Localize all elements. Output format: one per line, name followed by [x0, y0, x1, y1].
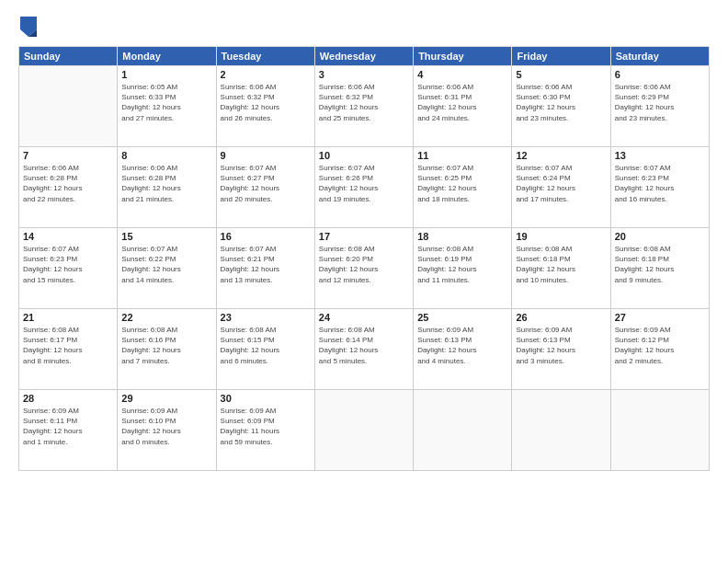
calendar-cell: 4Sunrise: 6:06 AM Sunset: 6:31 PM Daylig…	[414, 66, 512, 147]
day-info: Sunrise: 6:07 AM Sunset: 6:27 PM Dayligh…	[221, 163, 311, 204]
day-number: 13	[615, 150, 705, 161]
day-number: 23	[221, 312, 311, 323]
day-number: 4	[417, 69, 507, 80]
day-info: Sunrise: 6:06 AM Sunset: 6:31 PM Dayligh…	[417, 82, 507, 123]
calendar-cell: 29Sunrise: 6:09 AM Sunset: 6:10 PM Dayli…	[118, 390, 216, 471]
calendar-cell: 5Sunrise: 6:06 AM Sunset: 6:30 PM Daylig…	[512, 66, 610, 147]
day-number: 1	[121, 69, 211, 80]
day-info: Sunrise: 6:09 AM Sunset: 6:09 PM Dayligh…	[221, 406, 311, 447]
day-info: Sunrise: 6:07 AM Sunset: 6:24 PM Dayligh…	[516, 163, 606, 204]
day-info: Sunrise: 6:07 AM Sunset: 6:23 PM Dayligh…	[615, 163, 705, 204]
day-number: 15	[121, 231, 211, 242]
calendar-header-row: SundayMondayTuesdayWednesdayThursdayFrid…	[19, 47, 710, 66]
day-number: 8	[121, 150, 211, 161]
day-number: 2	[221, 69, 311, 80]
day-info: Sunrise: 6:06 AM Sunset: 6:28 PM Dayligh…	[121, 163, 211, 204]
day-info: Sunrise: 6:08 AM Sunset: 6:18 PM Dayligh…	[516, 244, 606, 285]
day-header-wednesday: Wednesday	[314, 47, 413, 66]
day-number: 25	[417, 312, 507, 323]
calendar-cell: 12Sunrise: 6:07 AM Sunset: 6:24 PM Dayli…	[512, 147, 610, 228]
calendar-cell: 15Sunrise: 6:07 AM Sunset: 6:22 PM Dayli…	[118, 228, 216, 309]
calendar-cell	[512, 390, 610, 471]
day-number: 24	[319, 312, 409, 323]
calendar-cell: 16Sunrise: 6:07 AM Sunset: 6:21 PM Dayli…	[216, 228, 314, 309]
calendar-cell: 7Sunrise: 6:06 AM Sunset: 6:28 PM Daylig…	[19, 147, 118, 228]
day-info: Sunrise: 6:08 AM Sunset: 6:14 PM Dayligh…	[319, 325, 409, 366]
calendar-cell	[610, 390, 709, 471]
calendar-cell	[314, 390, 413, 471]
day-info: Sunrise: 6:07 AM Sunset: 6:21 PM Dayligh…	[221, 244, 311, 285]
day-header-friday: Friday	[512, 47, 610, 66]
day-header-saturday: Saturday	[610, 47, 709, 66]
day-number: 29	[121, 393, 211, 404]
day-number: 28	[23, 393, 113, 404]
day-number: 26	[516, 312, 606, 323]
day-info: Sunrise: 6:08 AM Sunset: 6:18 PM Dayligh…	[615, 244, 705, 285]
day-number: 18	[417, 231, 507, 242]
day-info: Sunrise: 6:08 AM Sunset: 6:16 PM Dayligh…	[121, 325, 211, 366]
day-info: Sunrise: 6:07 AM Sunset: 6:23 PM Dayligh…	[23, 244, 113, 285]
calendar-cell: 18Sunrise: 6:08 AM Sunset: 6:19 PM Dayli…	[414, 228, 512, 309]
day-info: Sunrise: 6:09 AM Sunset: 6:10 PM Dayligh…	[121, 406, 211, 447]
day-header-monday: Monday	[118, 47, 216, 66]
calendar-cell: 10Sunrise: 6:07 AM Sunset: 6:26 PM Dayli…	[314, 147, 413, 228]
day-header-tuesday: Tuesday	[216, 47, 314, 66]
day-number: 17	[319, 231, 409, 242]
calendar-cell: 9Sunrise: 6:07 AM Sunset: 6:27 PM Daylig…	[216, 147, 314, 228]
calendar-cell: 28Sunrise: 6:09 AM Sunset: 6:11 PM Dayli…	[19, 390, 118, 471]
day-info: Sunrise: 6:06 AM Sunset: 6:29 PM Dayligh…	[615, 82, 705, 123]
calendar-cell: 11Sunrise: 6:07 AM Sunset: 6:25 PM Dayli…	[414, 147, 512, 228]
calendar-cell: 1Sunrise: 6:05 AM Sunset: 6:33 PM Daylig…	[118, 66, 216, 147]
calendar-cell: 19Sunrise: 6:08 AM Sunset: 6:18 PM Dayli…	[512, 228, 610, 309]
day-number: 9	[221, 150, 311, 161]
day-info: Sunrise: 6:06 AM Sunset: 6:30 PM Dayligh…	[516, 82, 606, 123]
calendar-cell	[19, 66, 118, 147]
day-number: 22	[121, 312, 211, 323]
day-number: 5	[516, 69, 606, 80]
day-number: 21	[23, 312, 113, 323]
calendar-cell: 23Sunrise: 6:08 AM Sunset: 6:15 PM Dayli…	[216, 309, 314, 390]
day-header-thursday: Thursday	[414, 47, 512, 66]
day-number: 19	[516, 231, 606, 242]
day-number: 12	[516, 150, 606, 161]
calendar-cell: 2Sunrise: 6:06 AM Sunset: 6:32 PM Daylig…	[216, 66, 314, 147]
page-header	[18, 17, 710, 37]
calendar-cell: 8Sunrise: 6:06 AM Sunset: 6:28 PM Daylig…	[118, 147, 216, 228]
calendar-week-row: 14Sunrise: 6:07 AM Sunset: 6:23 PM Dayli…	[19, 228, 710, 309]
day-header-sunday: Sunday	[19, 47, 118, 66]
calendar-cell: 3Sunrise: 6:06 AM Sunset: 6:32 PM Daylig…	[314, 66, 413, 147]
calendar-cell: 24Sunrise: 6:08 AM Sunset: 6:14 PM Dayli…	[314, 309, 413, 390]
day-number: 16	[221, 231, 311, 242]
day-info: Sunrise: 6:06 AM Sunset: 6:32 PM Dayligh…	[221, 82, 311, 123]
day-info: Sunrise: 6:09 AM Sunset: 6:12 PM Dayligh…	[615, 325, 705, 366]
calendar-week-row: 7Sunrise: 6:06 AM Sunset: 6:28 PM Daylig…	[19, 147, 710, 228]
calendar-week-row: 1Sunrise: 6:05 AM Sunset: 6:33 PM Daylig…	[19, 66, 710, 147]
calendar-cell: 22Sunrise: 6:08 AM Sunset: 6:16 PM Dayli…	[118, 309, 216, 390]
calendar-table: SundayMondayTuesdayWednesdayThursdayFrid…	[18, 46, 710, 471]
logo	[18, 17, 42, 37]
calendar-cell: 20Sunrise: 6:08 AM Sunset: 6:18 PM Dayli…	[610, 228, 709, 309]
day-info: Sunrise: 6:09 AM Sunset: 6:13 PM Dayligh…	[417, 325, 507, 366]
day-number: 10	[319, 150, 409, 161]
calendar-cell: 14Sunrise: 6:07 AM Sunset: 6:23 PM Dayli…	[19, 228, 118, 309]
calendar-cell: 26Sunrise: 6:09 AM Sunset: 6:13 PM Dayli…	[512, 309, 610, 390]
calendar-cell: 27Sunrise: 6:09 AM Sunset: 6:12 PM Dayli…	[610, 309, 709, 390]
logo-icon	[20, 17, 37, 37]
calendar-week-row: 21Sunrise: 6:08 AM Sunset: 6:17 PM Dayli…	[19, 309, 710, 390]
calendar-cell: 6Sunrise: 6:06 AM Sunset: 6:29 PM Daylig…	[610, 66, 709, 147]
day-info: Sunrise: 6:09 AM Sunset: 6:11 PM Dayligh…	[23, 406, 113, 447]
day-number: 20	[615, 231, 705, 242]
calendar-week-row: 28Sunrise: 6:09 AM Sunset: 6:11 PM Dayli…	[19, 390, 710, 471]
day-number: 6	[615, 69, 705, 80]
day-number: 3	[319, 69, 409, 80]
calendar-cell	[414, 390, 512, 471]
day-number: 14	[23, 231, 113, 242]
day-info: Sunrise: 6:09 AM Sunset: 6:13 PM Dayligh…	[516, 325, 606, 366]
day-info: Sunrise: 6:08 AM Sunset: 6:19 PM Dayligh…	[417, 244, 507, 285]
calendar-cell: 13Sunrise: 6:07 AM Sunset: 6:23 PM Dayli…	[610, 147, 709, 228]
day-number: 27	[615, 312, 705, 323]
day-number: 7	[23, 150, 113, 161]
calendar-cell: 30Sunrise: 6:09 AM Sunset: 6:09 PM Dayli…	[216, 390, 314, 471]
day-info: Sunrise: 6:06 AM Sunset: 6:28 PM Dayligh…	[23, 163, 113, 204]
calendar-cell: 25Sunrise: 6:09 AM Sunset: 6:13 PM Dayli…	[414, 309, 512, 390]
